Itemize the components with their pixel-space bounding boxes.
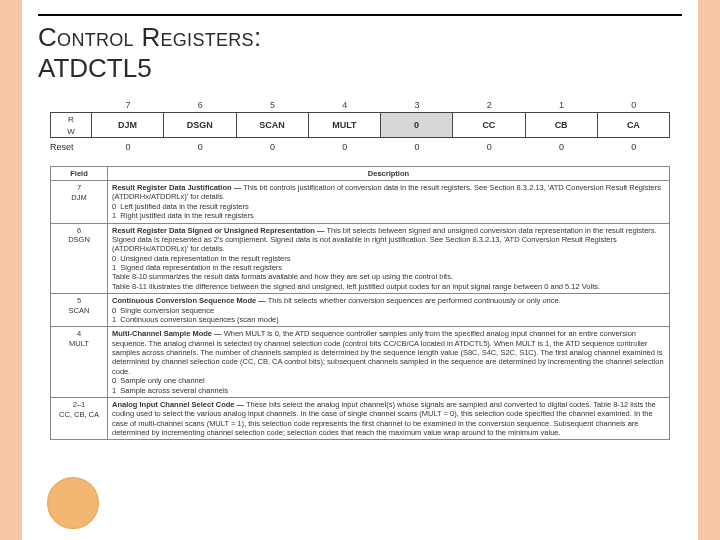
desc-cell: Multi-Channel Sample Mode — When MULT is… (108, 327, 670, 398)
th-field: Field (51, 167, 108, 181)
top-rule (38, 14, 682, 16)
desc-cell: Analog Input Channel Select Code — These… (108, 397, 670, 440)
field-cell: 7DJM (51, 181, 108, 224)
field-cell: 4MULT (51, 327, 108, 398)
page-title: Control Registers: ATDCTL5 (38, 22, 261, 84)
bit-number-row: 7 6 5 4 3 2 1 0 (50, 100, 670, 110)
rw-label: R W (51, 113, 92, 137)
bit-djm: DJM (92, 113, 164, 137)
bit-dsgn: DSGN (164, 113, 236, 137)
bit-num: 4 (309, 100, 381, 110)
bit-reserved: 0 (381, 113, 453, 137)
reset-val: 0 (92, 142, 164, 152)
decorative-circle-icon (44, 474, 102, 532)
bit-num: 7 (92, 100, 164, 110)
bit-cc: CC (453, 113, 525, 137)
r-label: R (68, 115, 74, 124)
field-cell: 6DSGN (51, 223, 108, 294)
bit-cb: CB (526, 113, 598, 137)
reset-val: 0 (526, 142, 598, 152)
title-line1: Control Registers: (38, 22, 261, 52)
reset-val: 0 (309, 142, 381, 152)
bit-mult: MULT (309, 113, 381, 137)
content-area: 7 6 5 4 3 2 1 0 R W DJM DSGN SCAN MULT 0… (50, 100, 670, 528)
desc-cell: Result Register Data Justification — Thi… (108, 181, 670, 224)
reset-val: 0 (381, 142, 453, 152)
table-row: 4MULTMulti-Channel Sample Mode — When MU… (51, 327, 670, 398)
table-row: 6DSGNResult Register Data Signed or Unsi… (51, 223, 670, 294)
register-row: R W DJM DSGN SCAN MULT 0 CC CB CA (50, 112, 670, 138)
table-row: 2–1CC, CB, CAAnalog Input Channel Select… (51, 397, 670, 440)
reset-val: 0 (237, 142, 309, 152)
bit-ca: CA (598, 113, 669, 137)
reset-val: 0 (453, 142, 525, 152)
th-desc: Description (108, 167, 670, 181)
reset-val: 0 (164, 142, 236, 152)
field-cell: 2–1CC, CB, CA (51, 397, 108, 440)
table-row: 7DJMResult Register Data Justification —… (51, 181, 670, 224)
table-row: 5SCANContinuous Conversion Sequence Mode… (51, 294, 670, 327)
description-table: Field Description 7DJMResult Register Da… (50, 166, 670, 440)
bit-num: 6 (164, 100, 236, 110)
reset-val: 0 (598, 142, 670, 152)
left-accent-bar (0, 0, 22, 540)
bit-scan: SCAN (237, 113, 309, 137)
w-label: W (67, 127, 75, 136)
desc-cell: Result Register Data Signed or Unsigned … (108, 223, 670, 294)
bit-num: 1 (526, 100, 598, 110)
reset-label: Reset (50, 142, 92, 152)
bit-num: 3 (381, 100, 453, 110)
bit-num: 5 (237, 100, 309, 110)
bit-num: 2 (453, 100, 525, 110)
bit-num: 0 (598, 100, 670, 110)
title-line2: ATDCTL5 (38, 53, 152, 83)
right-accent-bar (698, 0, 720, 540)
field-cell: 5SCAN (51, 294, 108, 327)
desc-cell: Continuous Conversion Sequence Mode — Th… (108, 294, 670, 327)
reset-row: Reset 0 0 0 0 0 0 0 0 (50, 142, 670, 152)
